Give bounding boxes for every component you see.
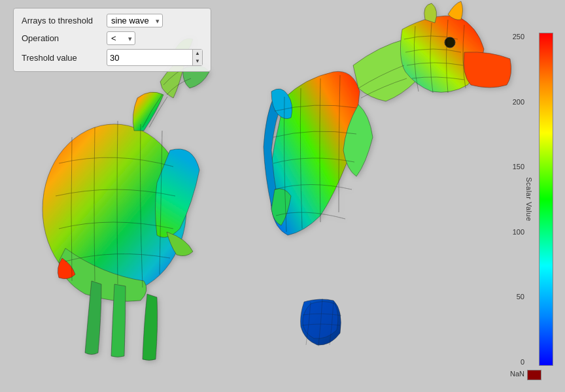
scale-title: Scalar Value — [525, 177, 533, 221]
nan-color-box — [527, 370, 541, 380]
nan-label: NaN — [510, 370, 524, 378]
scale-label-250: 250 — [513, 33, 524, 41]
scale-label-150: 150 — [513, 163, 524, 171]
operation-select-wrapper: < > <= >= = — [107, 31, 135, 45]
scale-labels: 250 200 150 100 50 0 — [513, 33, 524, 366]
threshold-spin-up[interactable]: ▲ — [193, 50, 202, 57]
scale-label-100: 100 — [513, 228, 524, 236]
arrays-label: Arrays to threshold — [22, 16, 107, 25]
cow-small-piece — [301, 299, 341, 346]
color-scale: 250 200 150 100 50 0 Scalar Value NaN — [539, 33, 553, 366]
scale-label-200: 200 — [513, 98, 524, 106]
arrays-select[interactable]: sine wave Normals Scalars — [107, 14, 163, 27]
svg-point-1 — [445, 37, 455, 48]
cow-right — [264, 1, 511, 235]
operation-select[interactable]: < > <= >= = — [107, 31, 135, 45]
operation-label: Operation — [22, 33, 107, 43]
threshold-spin-buttons: ▲ ▼ — [192, 50, 202, 65]
threshold-spin-down[interactable]: ▼ — [193, 57, 202, 65]
scale-label-0: 0 — [521, 358, 524, 366]
scale-label-50: 50 — [517, 293, 524, 301]
cow-left — [43, 39, 209, 361]
control-panel: Arrays to threshold sine wave Normals Sc… — [13, 8, 211, 72]
threshold-input-wrapper: ▲ ▼ — [107, 49, 203, 66]
threshold-input[interactable] — [107, 52, 192, 64]
arrays-select-wrapper: sine wave Normals Scalars — [107, 14, 163, 27]
threshold-label: Treshold value — [22, 53, 107, 63]
